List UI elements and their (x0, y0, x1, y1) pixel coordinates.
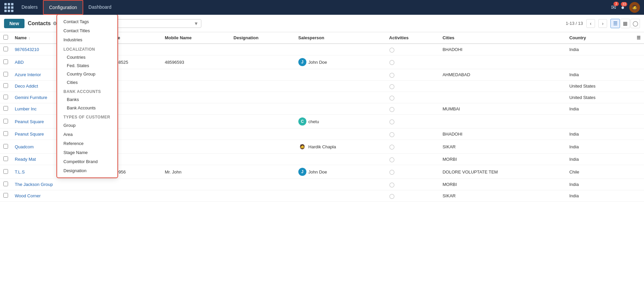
col-activities[interactable]: Activities (386, 32, 439, 44)
menu-banks[interactable]: Banks (57, 95, 117, 104)
contact-name-link[interactable]: Gemini Furniture (15, 95, 47, 100)
contact-name-link[interactable]: Peanut Square (15, 132, 44, 137)
col-designation[interactable]: Designation (230, 32, 295, 44)
row-checkbox[interactable] (3, 72, 8, 77)
contact-name-link[interactable]: ABD (15, 60, 24, 65)
row-checkbox-cell (0, 154, 11, 165)
col-mobile-name[interactable]: Mobile Name (161, 32, 230, 44)
search-dropdown-icon[interactable]: ▼ (192, 21, 198, 26)
activity-badge: 33 (621, 2, 627, 6)
mobile-name-cell (161, 103, 230, 115)
contact-name-link[interactable]: 9876543210 (15, 47, 39, 52)
table-row: Wood Corner ◯ SIKAR India (0, 190, 644, 202)
col-country[interactable]: Country (566, 32, 633, 44)
country-cell (566, 115, 633, 129)
menu-stage-name[interactable]: Stage Name (57, 148, 117, 157)
salesperson-avatar: J (298, 168, 306, 176)
menu-contact-titles[interactable]: Contact Titles (57, 26, 117, 35)
row-checkbox[interactable] (3, 106, 8, 111)
salesperson-avatar: 🧔 (298, 143, 306, 151)
menu-fed-states[interactable]: Fed. States (57, 61, 117, 70)
city-cell: MORBI (439, 154, 566, 165)
pagination-info: 1-13 / 13 (566, 21, 583, 26)
activities-cell: ◯ (386, 103, 439, 115)
row-checkbox[interactable] (3, 131, 8, 136)
country-cell: India (566, 69, 633, 81)
salesperson-name: John Doe (308, 169, 327, 175)
mobile-name-cell (161, 190, 230, 202)
country-cell: India (566, 154, 633, 165)
menu-bank-accounts[interactable]: Bank Accounts (57, 104, 117, 112)
activity-button[interactable]: ● 33 (621, 4, 625, 11)
new-button[interactable]: New (4, 19, 24, 28)
contact-name-link[interactable]: Quadcom (15, 144, 34, 149)
activities-cell: ◯ (386, 154, 439, 165)
contact-name-link[interactable]: Peanut Square (15, 119, 44, 124)
city-cell (439, 92, 566, 103)
contact-name-link[interactable]: Ready Mat (15, 157, 36, 162)
salesperson-avatar: J (298, 58, 306, 66)
row-checkbox[interactable] (3, 47, 8, 51)
row-checkbox[interactable] (3, 95, 8, 99)
country-cell: United States (566, 81, 633, 92)
topnav-right: ✉ 3 ● 33 🧔 (611, 2, 640, 13)
city-cell: SIKAR (439, 190, 566, 202)
activities-cell: ◯ (386, 179, 439, 190)
menu-reference[interactable]: Reference (57, 139, 117, 148)
menu-cities[interactable]: Cities (57, 78, 117, 87)
list-view-button[interactable]: ☰ (610, 19, 620, 28)
salesperson-cell (295, 81, 386, 92)
mobile-name-cell (161, 179, 230, 190)
designation-cell (230, 190, 295, 202)
row-checkbox-cell (0, 190, 11, 202)
row-checkbox[interactable] (3, 182, 8, 186)
menu-industries[interactable]: Industries (57, 35, 117, 44)
apps-menu-button[interactable] (4, 3, 13, 12)
designation-cell (230, 179, 295, 190)
contact-name-link[interactable]: T.L.S (15, 169, 25, 175)
contact-name-link[interactable]: The Jackson Group (15, 182, 53, 187)
menu-bank-accounts-section: Bank Accounts (57, 87, 117, 95)
designation-cell (230, 165, 295, 179)
user-avatar[interactable]: 🧔 (629, 2, 640, 13)
contact-name-link[interactable]: Azure Interior (15, 72, 41, 77)
row-checkbox[interactable] (3, 144, 8, 149)
chat-button[interactable]: ✉ 3 (611, 4, 616, 11)
row-checkbox[interactable] (3, 59, 8, 64)
config-dropdown-menu: Contact Tags Contact Titles Industries L… (57, 15, 117, 178)
col-cities[interactable]: Cities (439, 32, 566, 44)
kanban-view-button[interactable]: ▦ (621, 19, 630, 28)
menu-country-group[interactable]: Country Group (57, 70, 117, 78)
row-checkbox-cell (0, 92, 11, 103)
col-settings[interactable]: ☰ (633, 32, 644, 44)
select-all-checkbox[interactable] (3, 35, 8, 40)
activities-cell: ◯ (386, 129, 439, 140)
select-all-header (0, 32, 11, 44)
row-checkbox[interactable] (3, 169, 8, 174)
contact-name-link[interactable]: Deco Addict (15, 84, 38, 89)
menu-designation[interactable]: Designation (57, 166, 117, 175)
menu-competitor-brand[interactable]: Competitor Brand (57, 157, 117, 166)
settings-gear-icon[interactable]: ⚙ (53, 21, 57, 26)
prev-page-button[interactable]: ‹ (586, 19, 595, 28)
menu-countries[interactable]: Countries (57, 53, 117, 61)
nav-configuration[interactable]: Configuration (43, 0, 83, 15)
city-cell (439, 81, 566, 92)
city-cell: DOLORE VOLUPTATE TEM (439, 165, 566, 179)
row-checkbox[interactable] (3, 156, 8, 161)
contact-name-link[interactable]: Lumber Inc (15, 106, 37, 111)
row-checkbox[interactable] (3, 83, 8, 88)
menu-area[interactable]: Area (57, 130, 117, 139)
menu-group[interactable]: Group (57, 121, 117, 130)
menu-contact-tags[interactable]: Contact Tags (57, 17, 117, 26)
settings-view-button[interactable]: ◯ (631, 19, 640, 28)
row-checkbox[interactable] (3, 193, 8, 198)
col-salesperson[interactable]: Salesperson (295, 32, 386, 44)
nav-dealers1[interactable]: Dealers (16, 0, 43, 15)
next-page-button[interactable]: › (598, 19, 607, 28)
salesperson-name: Hardik Chapla (308, 144, 336, 149)
row-checkbox[interactable] (3, 119, 8, 123)
nav-dashboard[interactable]: Dashboard (83, 0, 117, 15)
contact-name-link[interactable]: Wood Corner (15, 193, 41, 198)
salesperson-avatar: C (298, 117, 306, 126)
